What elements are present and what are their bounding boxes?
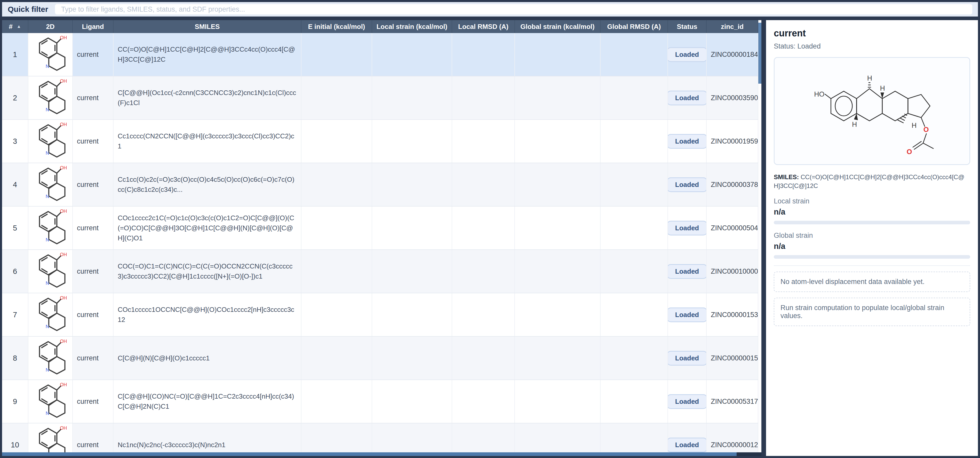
- row-smiles-cell: C[C@@H](CO)NC(=O)[C@@H]1C=C2c3cccc4[nH]c…: [114, 380, 301, 423]
- row-ligand-cell: current: [73, 423, 114, 452]
- column-header-label: #: [9, 23, 13, 31]
- column-header-thumb[interactable]: 2D: [29, 20, 73, 33]
- row-2d-cell: OH N: [29, 423, 73, 452]
- global-strain-value: n/a: [774, 242, 970, 251]
- svg-text:OH: OH: [60, 295, 67, 301]
- column-header-ligand[interactable]: Ligand: [73, 20, 114, 33]
- row-status-cell: Loaded: [668, 207, 707, 250]
- horizontal-scrollbar-thumb[interactable]: [2, 452, 737, 456]
- svg-text:OH: OH: [60, 165, 67, 170]
- row-local-rmsd-cell: [452, 250, 515, 293]
- row-local-rmsd-cell: [452, 293, 515, 336]
- svg-text:OH: OH: [60, 208, 67, 214]
- row-ligand-cell: current: [73, 250, 114, 293]
- table-row[interactable]: 3 OH N currentCc1cccc(CN2CCN([C@@H](c3cc…: [2, 120, 758, 163]
- column-header-status[interactable]: Status: [668, 20, 707, 33]
- row-global-rmsd-cell: [601, 207, 668, 250]
- smiles-value: CC(=O)O[C@H]1CC[C@H]2[C@@H]3CCc4cc(O)ccc…: [774, 173, 964, 189]
- row-local-strain-cell: [372, 293, 452, 336]
- column-header-e_initial[interactable]: E initial (kcal/mol): [301, 20, 372, 33]
- molecule-2d-thumbnail: OH N: [30, 121, 70, 161]
- row-e-initial-cell: [301, 250, 372, 293]
- global-strain-label: Global strain: [774, 232, 970, 240]
- row-number-cell: 9: [2, 380, 29, 423]
- table-row[interactable]: 10 OH N currentNc1nc(N)c2nc(-c3ccccc3)c(…: [2, 423, 758, 452]
- row-global-rmsd-cell: [601, 250, 668, 293]
- row-smiles-cell: C[C@H](N)[C@H](O)c1ccccc1: [114, 337, 301, 380]
- row-global-strain-cell: [515, 380, 601, 423]
- row-2d-cell: OH N: [29, 250, 73, 293]
- global-strain-progressbar: [774, 255, 970, 259]
- row-status-cell: Loaded: [668, 293, 707, 336]
- note-box: Run strain computation to populate local…: [774, 298, 970, 326]
- row-e-initial-cell: [301, 207, 372, 250]
- row-local-strain-cell: [372, 423, 452, 452]
- molecule-2d-thumbnail: OH N: [30, 208, 70, 248]
- svg-text:N: N: [46, 411, 49, 416]
- ligand-table: #▲2DLigandSMILESE initial (kcal/mol)Loca…: [2, 20, 761, 452]
- svg-text:OH: OH: [60, 122, 67, 127]
- status-badge: Loaded: [668, 437, 707, 452]
- column-header-zinc_id[interactable]: zinc_id: [707, 20, 758, 33]
- row-2d-cell: OH N: [29, 120, 73, 163]
- molecule-2d-thumbnail: OH N: [30, 294, 70, 335]
- row-global-rmsd-cell: [601, 293, 668, 336]
- row-ligand-cell: current: [73, 76, 114, 119]
- vertical-scrollbar[interactable]: [758, 20, 761, 452]
- column-header-label: Local RMSD (A): [458, 23, 509, 31]
- row-zinc-id-cell: ZINC000001530580: [707, 293, 758, 336]
- row-global-strain-cell: [515, 423, 601, 452]
- svg-text:N: N: [46, 107, 49, 112]
- row-status-cell: Loaded: [668, 76, 707, 119]
- row-local-rmsd-cell: [452, 163, 515, 206]
- table-row[interactable]: 6 OH N currentCOC(=O)C1=C(C)NC(C)=C(C(=O…: [2, 250, 758, 293]
- row-local-strain-cell: [372, 250, 452, 293]
- row-2d-cell: OH N: [29, 337, 73, 380]
- vertical-scrollbar-thumb[interactable]: [758, 23, 761, 84]
- table-row[interactable]: 2 OH N currentC[C@@H](Oc1cc(-c2cnn(C3CCN…: [2, 76, 758, 120]
- atom-label-ho: HO: [814, 91, 824, 98]
- quick-filter-input[interactable]: [55, 4, 972, 14]
- row-smiles-cell: Cc1cc(O)c2c(=O)c3c(O)cc(O)c4c5c(O)cc(O)c…: [114, 163, 301, 206]
- svg-text:OH: OH: [60, 252, 67, 257]
- atom-label-h3: H: [852, 121, 857, 128]
- table-row[interactable]: 1 OH N currentCC(=O)O[C@H]1CC[C@H]2[C@@H…: [2, 33, 758, 76]
- column-header-global_rmsd[interactable]: Global RMSD (A): [601, 20, 668, 33]
- column-header-local_strain[interactable]: Local strain (kcal/mol): [372, 20, 452, 33]
- row-global-rmsd-cell: [601, 76, 668, 119]
- row-2d-cell: OH N: [29, 76, 73, 119]
- status-badge: Loaded: [668, 221, 707, 235]
- row-local-rmsd-cell: [452, 33, 515, 76]
- table-row[interactable]: 5 OH N currentCOc1cccc2c1C(=O)c1c(O)c3c(…: [2, 207, 758, 250]
- table-row[interactable]: 8 OH N currentC[C@H](N)[C@H](O)c1ccccc1L…: [2, 337, 758, 380]
- sort-ascending-icon: ▲: [17, 24, 21, 29]
- row-global-strain-cell: [515, 33, 601, 76]
- column-header-num[interactable]: #▲: [2, 20, 29, 33]
- column-header-local_rmsd[interactable]: Local RMSD (A): [452, 20, 515, 33]
- smiles-label: SMILES:: [774, 173, 799, 180]
- table-row[interactable]: 9 OH N currentC[C@@H](CO)NC(=O)[C@@H]1C=…: [2, 380, 758, 423]
- row-local-rmsd-cell: [452, 380, 515, 423]
- row-smiles-cell: COc1ccccc1OCCNC[C@@H](O)COc1cccc2[nH]c3c…: [114, 293, 301, 336]
- row-global-rmsd-cell: [601, 163, 668, 206]
- molecule-2d-thumbnail: OH N: [30, 78, 70, 118]
- svg-text:N: N: [46, 237, 49, 242]
- notes-container: No atom-level displacement data availabl…: [774, 272, 970, 326]
- row-status-cell: Loaded: [668, 163, 707, 206]
- table-row[interactable]: 7 OH N currentCOc1ccccc1OCCNC[C@@H](O)CO…: [2, 293, 758, 337]
- row-global-rmsd-cell: [601, 33, 668, 76]
- row-zinc-id-cell: ZINC000001848692: [707, 33, 758, 76]
- row-smiles-cell: Nc1nc(N)c2nc(-c3ccccc3)c(N)nc2n1: [114, 423, 301, 452]
- status-badge: Loaded: [668, 264, 707, 279]
- column-header-global_strain[interactable]: Global strain (kcal/mol): [515, 20, 601, 33]
- row-smiles-cell: COC(=O)C1=C(C)NC(C)=C(C(=O)OCCN2CCN(C(c3…: [114, 250, 301, 293]
- row-local-rmsd-cell: [452, 76, 515, 119]
- row-local-rmsd-cell: [452, 120, 515, 163]
- status-badge: Loaded: [668, 47, 707, 62]
- details-smiles: SMILES: CC(=O)O[C@H]1CC[C@H]2[C@@H]3CCc4…: [774, 173, 970, 190]
- row-status-cell: Loaded: [668, 337, 707, 380]
- table-row[interactable]: 4 OH N currentCc1cc(O)c2c(=O)c3c(O)cc(O)…: [2, 163, 758, 207]
- quick-filter-label: Quick filter: [8, 5, 48, 14]
- horizontal-scrollbar[interactable]: [2, 452, 761, 456]
- column-header-smiles[interactable]: SMILES: [114, 20, 301, 33]
